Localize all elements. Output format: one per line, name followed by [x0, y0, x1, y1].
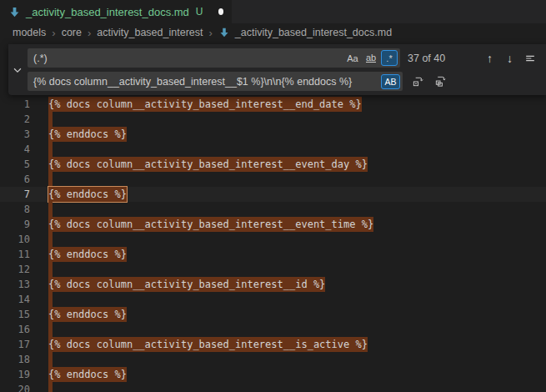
line-number: 3 — [0, 127, 30, 142]
toggle-replace-button[interactable] — [8, 44, 27, 95]
find-in-selection-button[interactable] — [521, 49, 538, 67]
code-line[interactable]: 12 — [0, 262, 546, 277]
empty-match-highlight — [48, 262, 53, 277]
code-line[interactable]: 11{% enddocs %} — [0, 247, 546, 262]
find-query-text: (.*) — [33, 53, 48, 64]
empty-match-highlight — [48, 322, 53, 337]
chevron-down-icon — [12, 64, 23, 76]
line-number: 6 — [0, 172, 30, 187]
line-text: {% enddocs %} — [48, 367, 127, 382]
tab-active-file[interactable]: _activity_based_interest_docs.md U — [0, 0, 232, 23]
match-highlight: {% enddocs %} — [48, 307, 127, 322]
breadcrumb: models › core › activity_based_interest … — [0, 23, 546, 42]
code-lines: 1{% docs column__activity_based_interest… — [0, 97, 546, 392]
match-highlight: {% enddocs %} — [48, 367, 127, 382]
match-highlight: {% enddocs %} — [48, 127, 127, 142]
code-line[interactable]: 5{% docs column__activity_based_interest… — [0, 157, 546, 172]
empty-match-highlight — [48, 112, 53, 127]
line-text — [48, 232, 53, 247]
line-number: 14 — [0, 292, 30, 307]
code-line[interactable]: 16 — [0, 322, 546, 337]
line-number: 18 — [0, 352, 30, 367]
arrow-down-icon: ↓ — [507, 52, 513, 65]
breadcrumb-item-activity-based-interest[interactable]: activity_based_interest — [97, 27, 203, 38]
line-text — [48, 292, 53, 307]
tab-bar: _activity_based_interest_docs.md U — [0, 0, 546, 23]
line-number: 1 — [0, 97, 30, 112]
replace-button[interactable] — [409, 73, 427, 90]
code-line[interactable]: 20 — [0, 382, 546, 392]
empty-match-highlight — [48, 382, 53, 392]
line-number: 16 — [0, 322, 30, 337]
code-line[interactable]: 19{% enddocs %} — [0, 367, 546, 382]
match-case-toggle[interactable]: Aa — [344, 50, 361, 66]
code-line[interactable]: 18 — [0, 352, 546, 367]
empty-match-highlight — [48, 142, 53, 157]
match-count: 37 of 40 — [408, 53, 463, 64]
next-match-button[interactable]: ↓ — [501, 49, 518, 67]
line-text — [48, 142, 53, 157]
line-number: 11 — [0, 247, 30, 262]
breadcrumb-separator: › — [208, 27, 212, 39]
close-find-button[interactable]: ✕ — [541, 49, 546, 67]
code-line[interactable]: 1{% docs column__activity_based_interest… — [0, 97, 546, 112]
previous-match-button[interactable]: ↑ — [481, 49, 498, 67]
code-line[interactable]: 14 — [0, 292, 546, 307]
line-text: {% enddocs %} — [48, 127, 127, 142]
line-number: 10 — [0, 232, 30, 247]
find-input[interactable]: (.*) Aa ab .* — [28, 48, 400, 68]
code-line[interactable]: 4 — [0, 142, 546, 157]
line-text: {% docs column__activity_based_interest_… — [48, 97, 362, 112]
line-number: 17 — [0, 337, 30, 352]
find-replace-widget: (.*) Aa ab .* 37 of 40 ↑ ↓ ✕ {% docs col… — [8, 44, 546, 95]
line-number: 4 — [0, 142, 30, 157]
line-number: 13 — [0, 277, 30, 292]
replace-all-button[interactable] — [432, 73, 449, 90]
code-line[interactable]: 9{% docs column__activity_based_interest… — [0, 217, 546, 232]
tab-filename: _activity_based_interest_docs.md — [26, 6, 189, 18]
code-line[interactable]: 15{% enddocs %} — [0, 307, 546, 322]
whole-word-toggle[interactable]: ab — [363, 50, 379, 66]
match-highlight: {% docs column__activity_based_interest_… — [48, 97, 362, 112]
line-text: {% docs column__activity_based_interest_… — [48, 157, 368, 172]
match-highlight: {% docs column__activity_based_interest_… — [48, 277, 325, 292]
regex-toggle[interactable]: .* — [381, 50, 398, 66]
match-highlight: {% docs column__activity_based_interest_… — [48, 217, 373, 232]
empty-match-highlight — [48, 172, 53, 187]
replace-input[interactable]: {% docs column__activity_based_interest_… — [28, 72, 403, 91]
replace-text: {% docs column__activity_based_interest_… — [33, 76, 352, 88]
code-line[interactable]: 17{% docs column__activity_based_interes… — [0, 337, 546, 352]
breadcrumb-item-file[interactable]: _activity_based_interest_docs.md — [218, 27, 392, 39]
preserve-case-toggle[interactable]: AB — [381, 74, 400, 89]
line-text: {% enddocs %} — [48, 307, 127, 322]
line-number: 9 — [0, 217, 30, 232]
line-text — [48, 322, 53, 337]
replace-icon — [412, 75, 424, 88]
breadcrumb-item-core[interactable]: core — [62, 27, 82, 38]
line-number: 2 — [0, 112, 30, 127]
git-status-badge: U — [196, 6, 203, 18]
breadcrumb-item-models[interactable]: models — [13, 27, 46, 38]
breadcrumb-separator: › — [88, 27, 91, 39]
line-text — [48, 112, 53, 127]
line-text: {% enddocs %} — [48, 247, 127, 262]
match-highlight: {% docs column__activity_based_interest_… — [48, 337, 368, 352]
code-line[interactable]: 3{% enddocs %} — [0, 127, 546, 142]
code-line[interactable]: 6 — [0, 172, 546, 187]
code-line[interactable]: 13{% docs column__activity_based_interes… — [0, 277, 546, 292]
line-text — [48, 262, 53, 277]
selection-icon — [524, 53, 536, 64]
replace-all-icon — [434, 75, 447, 88]
code-line[interactable]: 7{% enddocs %} — [0, 187, 546, 202]
code-line[interactable]: 10 — [0, 232, 546, 247]
line-number: 5 — [0, 157, 30, 172]
unsaved-changes-dot[interactable] — [218, 8, 223, 15]
line-number: 7 — [0, 187, 30, 202]
code-line[interactable]: 2 — [0, 112, 546, 127]
line-text — [48, 202, 53, 217]
empty-match-highlight — [48, 292, 53, 307]
line-number: 19 — [0, 367, 30, 382]
empty-match-highlight — [48, 232, 53, 247]
code-line[interactable]: 8 — [0, 202, 546, 217]
breadcrumb-filename: _activity_based_interest_docs.md — [235, 27, 392, 38]
